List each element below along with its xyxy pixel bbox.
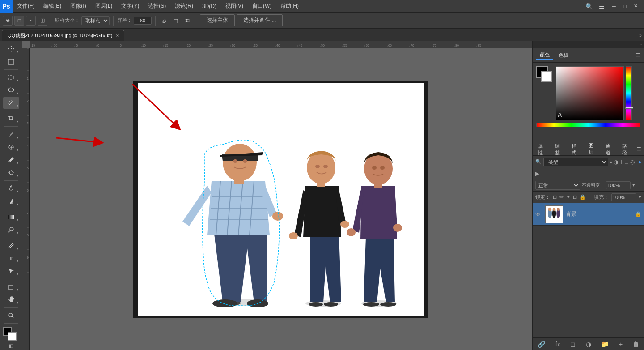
restore-button[interactable]: □ [620, 1, 630, 11]
layer-adjustment-btn[interactable]: ◑ [583, 340, 594, 349]
lasso-tool[interactable]: ▾ [3, 84, 19, 96]
fg-bg-mini[interactable] [536, 66, 552, 82]
props-tab-layers[interactable]: 图层 [586, 141, 599, 158]
sample-all-btn[interactable]: ≋ [182, 16, 192, 26]
search-button[interactable]: 🔍 [584, 1, 594, 11]
close-button[interactable]: ✕ [631, 1, 640, 11]
magic-wand-tool[interactable]: ▾ [3, 97, 19, 109]
eraser-tool[interactable]: ▾ [3, 195, 19, 207]
menu-image[interactable]: 图像(I) [66, 0, 90, 12]
brush-tool[interactable]: ▾ [3, 154, 19, 166]
layer-filter-toggle[interactable]: ● [638, 159, 641, 165]
select-subject-button[interactable]: 选择主体 [200, 14, 235, 26]
spectrum-handle[interactable] [625, 107, 633, 109]
shape-tool[interactable]: ▾ [3, 281, 19, 293]
move-tool[interactable]: ▾ [3, 43, 19, 55]
swatches-tab[interactable]: 色板 [555, 51, 572, 60]
lock-artboard-icon[interactable]: ⊟ [573, 194, 577, 200]
lock-move-icon[interactable]: ✦ [566, 194, 570, 200]
layer-fx-btn[interactable]: fx [553, 340, 563, 349]
quick-mask-btn[interactable]: ◧ [9, 343, 13, 348]
bg-color-swatch[interactable] [541, 71, 552, 82]
menu-layer[interactable]: 图层(L) [91, 0, 117, 12]
tool-mode-subtract[interactable]: ▪ [26, 16, 36, 26]
hue-slider[interactable] [536, 123, 640, 127]
menu-text[interactable]: 文字(Y) [117, 0, 144, 12]
layer-filter-shape[interactable]: □ [625, 159, 628, 165]
history-brush-tool[interactable]: ▾ [3, 183, 19, 194]
path-selection-tool[interactable]: ▾ [3, 265, 19, 277]
pen-tool[interactable]: ▾ [3, 240, 19, 252]
fill-dropdown[interactable]: ▾ [639, 194, 641, 200]
layer-expand-btn[interactable]: ▶ [535, 171, 539, 177]
gradient-tool[interactable]: ▾ [3, 211, 19, 223]
hand-tool[interactable]: ▾ [3, 294, 19, 305]
clone-stamp-tool[interactable]: ▾ [3, 167, 19, 179]
props-tab-adjustments[interactable]: 调整 [552, 142, 566, 157]
color-saturation-box[interactable] [556, 66, 624, 120]
menu-help[interactable]: 帮助(H) [276, 0, 303, 12]
lock-all-icon[interactable]: 🔒 [580, 194, 586, 200]
layer-link-btn[interactable]: 🔗 [535, 340, 548, 349]
layer-filter-pixel[interactable]: ▪ [610, 159, 612, 165]
color-spectrum-bar[interactable] [626, 66, 632, 120]
color-tab[interactable]: 颜色 [536, 51, 553, 60]
workspace-button[interactable]: ☰ [597, 1, 606, 11]
type-tool[interactable]: T ▾ [3, 252, 19, 264]
layer-filter-smartobject[interactable]: ◎ [630, 159, 635, 165]
blend-mode-select[interactable]: 正常 [535, 181, 580, 190]
heal-tool[interactable]: ▾ [3, 141, 19, 153]
eyedropper-tool[interactable]: ▾ [3, 128, 19, 140]
menu-file[interactable]: 文件(F) [13, 0, 39, 12]
lock-position-icon[interactable]: ⊞ [553, 194, 557, 200]
tool-separator-7 [4, 279, 18, 279]
color-panel-menu[interactable]: ☰ [636, 52, 640, 59]
anti-alias-btn[interactable]: ⌀ [159, 16, 169, 26]
menu-view[interactable]: 视图(V) [221, 0, 248, 12]
fill-label: 填充： [594, 194, 609, 201]
tabs-scroll[interactable]: » [637, 30, 644, 41]
layer-visibility-toggle[interactable]: 👁 [535, 211, 542, 218]
crop-tool[interactable]: ▾ [3, 113, 19, 124]
layer-item-background[interactable]: 👁 背景 🔒 [533, 203, 644, 226]
lock-draw-icon[interactable]: ✏ [559, 194, 564, 200]
layer-new-btn[interactable]: + [616, 340, 625, 349]
tab-close-button[interactable]: × [116, 33, 119, 38]
fill-input[interactable] [611, 193, 636, 201]
contiguous-btn[interactable]: ◻ [171, 16, 181, 26]
menu-edit[interactable]: 编辑(E) [39, 0, 66, 12]
layer-folder-btn[interactable]: 📁 [598, 340, 611, 349]
menu-window[interactable]: 窗口(W) [248, 0, 276, 12]
menu-filter[interactable]: 滤镜(R) [170, 0, 198, 12]
marquee-tool[interactable]: ▾ [3, 72, 19, 83]
layer-type-filter[interactable]: 类型 [543, 158, 608, 166]
select-and-mask-button[interactable]: 选择并遮住 ... [237, 14, 283, 26]
document-tab[interactable]: QQ截图20201028165934.jpg @ 100%(RGB/8#) × [2, 30, 124, 41]
layer-filter-text[interactable]: T [620, 159, 623, 165]
props-tab-channels[interactable]: 通道 [603, 142, 616, 157]
layer-mask-btn[interactable]: ◻ [568, 340, 578, 349]
opacity-dropdown[interactable]: ▾ [632, 182, 635, 188]
artboard-tool[interactable] [3, 55, 19, 67]
panels-collapse-btn[interactable]: » [640, 43, 642, 47]
tool-mode-intersect[interactable]: ◫ [38, 16, 47, 26]
zoom-tool[interactable] [3, 310, 19, 321]
dodge-tool[interactable]: ▾ [3, 224, 19, 235]
props-tab-paths[interactable]: 路径 [619, 142, 633, 157]
props-tab-properties[interactable]: 属性 [535, 142, 549, 157]
tool-mode-new[interactable]: ⊕ [3, 16, 13, 26]
props-tab-styles[interactable]: 样式 [569, 142, 582, 157]
sample-size-select[interactable]: 取样点 [81, 16, 110, 25]
layer-filter-adjustment[interactable]: ◑ [614, 159, 618, 165]
layer-delete-btn[interactable]: 🗑 [630, 340, 642, 349]
menu-3d[interactable]: 3D(D) [198, 0, 221, 12]
color-gradient-box[interactable] [556, 66, 632, 120]
tool-mode-add[interactable]: □ [14, 16, 24, 26]
opacity-input[interactable] [606, 181, 631, 189]
background-color[interactable] [8, 332, 17, 341]
minimize-button[interactable]: ─ [609, 1, 619, 11]
menu-select[interactable]: 选择(S) [144, 0, 170, 12]
tolerance-input[interactable] [134, 17, 152, 25]
layers-panel-menu-icon[interactable]: ☰ [636, 146, 641, 153]
color-picker[interactable] [3, 327, 19, 341]
